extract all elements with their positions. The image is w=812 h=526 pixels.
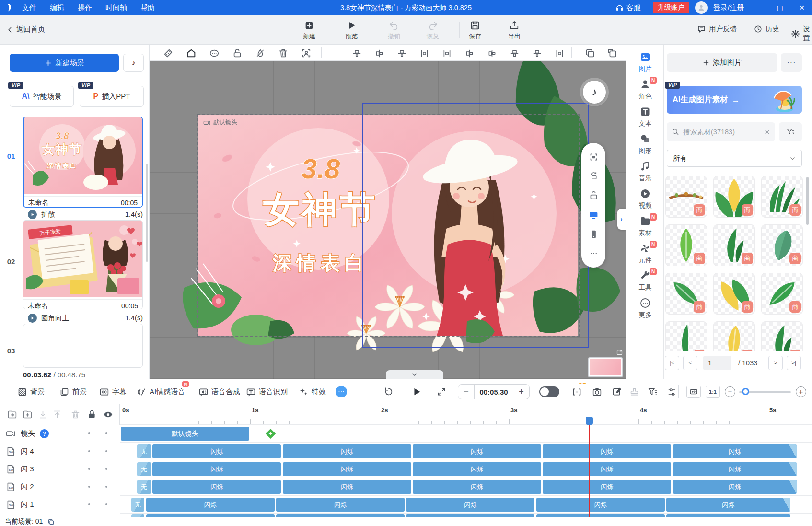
clip-闪烁[interactable]: 闪烁	[283, 462, 411, 476]
trash-icon[interactable]	[70, 409, 81, 420]
close-button[interactable]: ✕	[794, 0, 810, 15]
panel-more-button[interactable]: ···	[781, 53, 802, 72]
help-icon[interactable]: ?	[40, 429, 49, 438]
sliders-icon[interactable]	[666, 386, 677, 397]
menu-帮助[interactable]: 帮助	[134, 0, 162, 15]
asset-tile[interactable]: 商	[665, 273, 707, 315]
lock-filled-icon[interactable]	[86, 409, 97, 420]
sidebar-item-工具[interactable]: 工具N	[626, 267, 664, 294]
playhead-marker[interactable]	[586, 417, 593, 425]
rotate-canvas-icon[interactable]	[589, 171, 599, 181]
avatar[interactable]	[695, 1, 708, 14]
home-shape-icon[interactable]	[186, 48, 197, 58]
trash-icon[interactable]	[278, 48, 289, 58]
clip-闪烁[interactable]: 闪烁	[543, 462, 671, 476]
upload-line-icon[interactable]	[52, 409, 62, 420]
playbar-语音合成-button[interactable]: 语音合成	[198, 385, 240, 398]
保存-button[interactable]: 保存	[461, 20, 489, 41]
clip-闪烁[interactable]: 闪烁	[283, 444, 411, 458]
align-middle-icon[interactable]	[396, 48, 407, 58]
timeline-ruler[interactable]: 0s1s2s3s4s5s	[0, 404, 812, 425]
track-toggles[interactable]	[88, 432, 107, 434]
asset-tile[interactable]: 商	[761, 273, 803, 315]
clip-闪烁[interactable]: 闪烁	[152, 480, 281, 494]
add-transition-marker[interactable]: +	[266, 429, 276, 439]
sidebar-item-文本[interactable]: 文本	[626, 103, 664, 130]
copy-icon[interactable]	[585, 48, 595, 58]
sidebar-item-图片[interactable]: 图片	[626, 48, 664, 76]
scene-card-2[interactable]: 万千宠爱 未命名 00:05	[23, 220, 143, 309]
ruler-icon[interactable]	[163, 48, 174, 58]
track-toggles[interactable]	[88, 450, 107, 452]
asset-tile[interactable]: 商	[713, 176, 755, 218]
fit-width-button[interactable]	[686, 386, 701, 398]
zoom-out-button[interactable]: −	[725, 386, 735, 397]
duration-value[interactable]: 00:05.30	[475, 385, 513, 399]
clip-闪烁[interactable]: 闪烁	[673, 480, 797, 494]
scene-list-icon[interactable]	[47, 518, 55, 526]
replay-icon[interactable]	[383, 386, 394, 397]
scene-card-1[interactable]: 3.8 女神节 深情表白 未命名 00:05	[23, 117, 143, 208]
folder-add-icon[interactable]	[22, 409, 33, 420]
lock-open-icon[interactable]	[232, 48, 243, 58]
duration-plus-button[interactable]: +	[513, 385, 529, 399]
align-center-h-icon[interactable]	[351, 48, 362, 58]
asset-tile[interactable]: 商	[713, 224, 755, 266]
more-dots-icon[interactable]	[589, 248, 599, 258]
upgrade-account-button[interactable]: 升级账户	[653, 2, 689, 13]
align-right-icon[interactable]	[487, 48, 497, 58]
smart-scene-button[interactable]: VIP A\ 智能场景	[10, 86, 74, 107]
funnel2-icon[interactable]	[647, 386, 658, 397]
grid-scrollbar[interactable]	[806, 177, 809, 225]
asset-tile[interactable]: 商	[713, 321, 755, 351]
align-left-icon[interactable]	[464, 48, 475, 58]
clip-无[interactable]: 无	[137, 480, 151, 494]
track-toggles[interactable]	[88, 468, 107, 470]
asset-tile[interactable]: 商	[713, 273, 755, 315]
download-line-icon[interactable]	[37, 409, 48, 420]
mini-preview[interactable]	[588, 357, 623, 377]
sidebar-scrollbar[interactable]	[146, 164, 148, 262]
历史-button[interactable]: 历史	[754, 24, 779, 34]
sidebar-item-元件[interactable]: 元件N	[626, 240, 664, 267]
ratio-1-1-button[interactable]: 1:1	[706, 386, 720, 398]
playbar-特效-button[interactable]: 特效	[299, 385, 326, 398]
insert-ppt-button[interactable]: VIP P 插入PPT	[80, 86, 144, 107]
object-selection-rect[interactable]	[362, 103, 589, 348]
clip-闪烁[interactable]: 闪烁	[543, 480, 671, 494]
clip-闪烁[interactable]: 闪烁	[536, 498, 665, 512]
minimize-button[interactable]: ─	[750, 0, 766, 15]
category-dropdown[interactable]: 所有	[667, 150, 802, 167]
new-scene-button[interactable]: 新建场景	[10, 54, 119, 72]
playbar-语音识别-button[interactable]: 语音识别	[246, 385, 288, 398]
zoom-in-button[interactable]: +	[796, 386, 806, 397]
add-image-button[interactable]: 添加图片	[667, 53, 777, 72]
clip-闪烁[interactable]: 闪烁	[276, 498, 405, 512]
ai-generate-banner[interactable]: AI生成图片素材 →	[667, 86, 802, 114]
asset-tile[interactable]: 商	[665, 321, 707, 351]
paste-icon[interactable]	[607, 48, 617, 58]
stamp-icon[interactable]	[629, 386, 639, 397]
edit-note-icon[interactable]	[612, 386, 622, 397]
clear-search-icon[interactable]	[764, 129, 770, 135]
menu-编辑[interactable]: 编辑	[43, 0, 71, 15]
clip-闪烁[interactable]: 闪烁	[413, 444, 541, 458]
distribute-edge-icon[interactable]	[419, 48, 429, 58]
scene-music-float-button[interactable]: ♪	[583, 81, 606, 104]
sidebar-item-更多[interactable]: 更多	[626, 294, 664, 322]
maximize-button[interactable]: ▢	[772, 0, 788, 15]
asset-tile[interactable]: 商	[761, 176, 803, 218]
clip-闪烁[interactable]: 闪烁	[152, 444, 281, 458]
filter-button[interactable]	[779, 122, 802, 141]
camera-snap-icon[interactable]	[592, 386, 602, 397]
drop-slash-icon[interactable]	[255, 48, 266, 58]
align-center-v-icon[interactable]	[374, 48, 384, 58]
scene-music-button[interactable]: ♪	[123, 54, 144, 72]
login-button[interactable]: 登录/注册	[713, 3, 744, 12]
asset-tile[interactable]: 商	[761, 321, 803, 351]
next-page-button[interactable]: >	[768, 356, 783, 370]
menu-时间轴[interactable]: 时间轴	[99, 0, 134, 15]
预览-button[interactable]: 预览	[337, 20, 365, 41]
last-page-button[interactable]: >|	[787, 356, 801, 370]
sidebar-item-音乐[interactable]: 音乐	[626, 158, 664, 185]
